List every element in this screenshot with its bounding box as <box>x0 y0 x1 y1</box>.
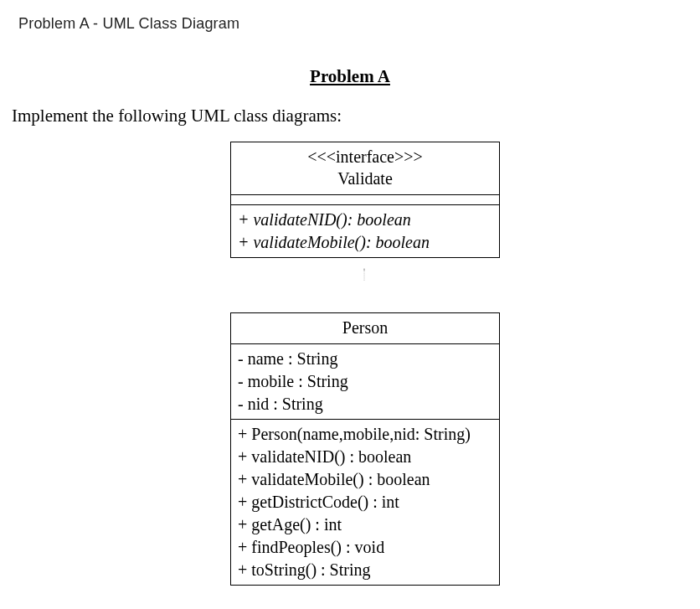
person-attribute: - nid : String <box>238 393 492 415</box>
person-method: + Person(name,mobile,nid: String) <box>238 423 492 446</box>
person-methods: + Person(name,mobile,nid: String) + vali… <box>231 420 499 585</box>
person-attribute: - mobile : String <box>238 370 492 393</box>
problem-title: Problem A <box>0 66 700 87</box>
interface-method: + validateNID(): boolean <box>238 209 492 231</box>
person-method: + getAge() : int <box>238 514 492 536</box>
person-attribute: - name : String <box>238 348 492 370</box>
person-method: + getDistrictCode() : int <box>238 491 492 514</box>
instruction-text: Implement the following UML class diagra… <box>12 106 700 126</box>
person-attributes: - name : String - mobile : String - nid … <box>231 344 499 420</box>
interface-methods: + validateNID(): boolean + validateMobil… <box>231 205 499 257</box>
uml-person-box: Person - name : String - mobile : String… <box>230 312 500 586</box>
svg-marker-1 <box>363 269 365 271</box>
interface-name: Validate <box>238 168 492 189</box>
uml-interface-box: <<<interface>>> Validate + validateNID()… <box>230 142 500 258</box>
person-header: Person <box>231 313 499 344</box>
interface-stereotype: <<<interface>>> <box>238 146 492 168</box>
person-method: + validateMobile() : boolean <box>238 468 492 491</box>
person-method: + findPeoples() : void <box>238 536 492 559</box>
interface-header: <<<interface>>> Validate <box>231 142 499 195</box>
page-heading: Problem A - UML Class Diagram <box>0 0 700 33</box>
person-method: + validateNID() : boolean <box>238 446 492 468</box>
person-class-name: Person <box>238 317 492 338</box>
person-method: + toString() : String <box>238 559 492 581</box>
interface-method: + validateMobile(): boolean <box>238 231 492 254</box>
interface-attributes-empty <box>231 195 499 205</box>
uml-diagram: <<<interface>>> Validate + validateNID()… <box>0 142 700 577</box>
